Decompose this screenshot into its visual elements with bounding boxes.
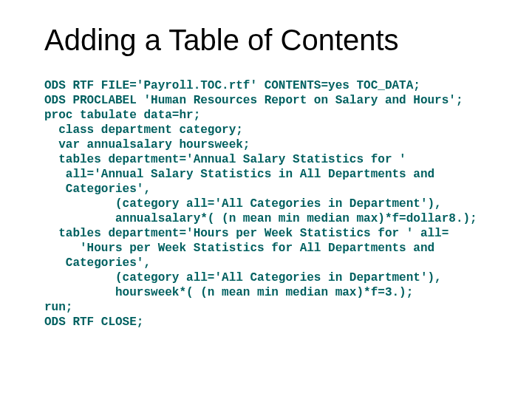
code-block: ODS RTF FILE='Payroll.TOC.rtf' CONTENTS=… bbox=[44, 78, 495, 330]
slide: Adding a Table of Contents ODS RTF FILE=… bbox=[0, 0, 532, 399]
slide-title: Adding a Table of Contents bbox=[44, 22, 495, 58]
